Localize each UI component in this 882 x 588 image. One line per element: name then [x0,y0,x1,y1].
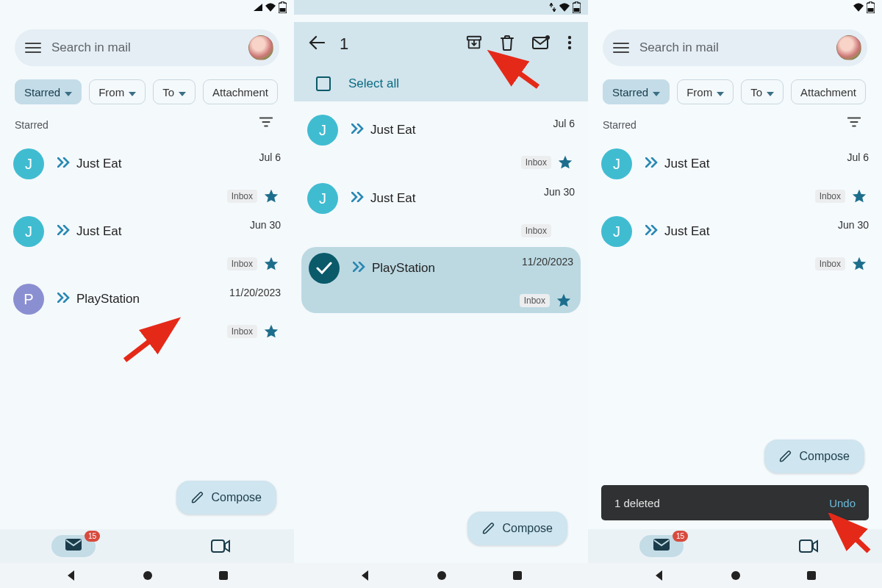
email-row-playstation[interactable]: P PlayStation 11/20/2023 Inbox [0,279,294,343]
overflow-button[interactable] [559,35,581,53]
nav-recent-icon[interactable] [806,570,817,581]
folder-tag-inbox: Inbox [520,294,550,307]
delete-button[interactable] [491,35,523,54]
email-row-justeat-jul6[interactable]: J Just Eat Jul 6 Inbox [294,110,588,173]
chip-label: From [686,86,712,98]
double-chevron-icon [57,293,72,306]
email-row-justeat-jun30[interactable]: J Just Eat Jun 30 Inbox [294,179,588,242]
archive-button[interactable] [457,35,491,54]
svg-point-13 [437,571,446,580]
sender-avatar[interactable]: P [13,284,44,315]
star-icon[interactable] [263,256,279,272]
select-all-label: Select all [348,76,399,91]
chip-from[interactable]: From [89,79,146,104]
nav-recent-icon[interactable] [218,570,229,581]
tab-meet[interactable] [735,539,882,553]
compose-button[interactable]: Compose [176,481,276,514]
chevron-down-icon [717,86,724,98]
folder-tag-inbox: Inbox [521,224,551,237]
sender-avatar[interactable]: J [307,183,338,214]
back-button[interactable] [301,28,332,60]
checkbox-icon[interactable] [316,76,331,91]
star-icon[interactable] [263,188,279,204]
unread-badge: 15 [85,531,100,542]
tab-meet[interactable] [147,539,294,553]
android-nav-bar [588,563,882,588]
star-icon[interactable] [556,293,572,309]
svg-rect-2 [212,540,224,552]
chip-label: From [98,86,124,98]
email-date: Jun 30 [544,183,575,198]
mark-unread-button[interactable] [523,35,559,53]
svg-rect-4 [219,571,228,580]
sync-icon [549,3,556,12]
chip-from[interactable]: From [677,79,734,104]
nav-home-icon[interactable] [731,570,741,581]
sender-avatar[interactable]: J [13,216,44,247]
nav-home-icon[interactable] [437,570,447,581]
email-row-justeat-jun30[interactable]: J Just Eat Jun 30 Inbox [588,212,882,275]
video-icon [799,539,818,553]
svg-rect-20 [807,571,816,580]
sender-avatar[interactable]: J [601,216,632,247]
chip-label: Starred [612,86,648,98]
svg-rect-16 [868,8,874,12]
svg-point-10 [568,36,571,39]
folder-tag-inbox: Inbox [521,156,551,169]
nav-back-icon[interactable] [653,570,665,581]
selection-toolbar: 1 [294,22,588,66]
tab-mail[interactable]: 15 [588,535,735,557]
star-icon[interactable] [263,323,279,340]
search-placeholder: Search in mail [51,40,248,55]
compose-button[interactable]: Compose [764,440,864,473]
wifi-icon [265,3,276,12]
pencil-icon [779,450,792,463]
chevron-down-icon [179,86,186,98]
battery-icon [867,1,875,13]
email-row-playstation-selected[interactable]: PlayStation 11/20/2023 Inbox [301,247,581,313]
nav-recent-icon[interactable] [512,570,523,581]
nav-back-icon[interactable] [359,570,371,581]
sender-avatar[interactable]: J [601,148,632,179]
check-icon [316,262,332,275]
chip-starred[interactable]: Starred [15,79,82,104]
select-all-row[interactable]: Select all [294,66,588,101]
chevron-down-icon [767,86,774,98]
selection-count: 1 [340,35,457,54]
sender-avatar-selected[interactable] [309,253,340,284]
email-row-justeat-jul6[interactable]: J Just Eat Jul 6 Inbox [588,144,882,207]
email-row-justeat-jun30[interactable]: J Just Eat Jun 30 Inbox [0,212,294,275]
account-avatar[interactable] [248,35,273,60]
chip-attachment[interactable]: Attachment [203,79,278,104]
star-icon[interactable] [851,256,867,272]
tab-mail[interactable]: 15 [0,535,147,557]
sender-avatar[interactable]: J [13,148,44,179]
chevron-down-icon [653,86,660,98]
chip-label: To [750,86,762,98]
star-icon[interactable] [557,223,573,239]
menu-icon[interactable] [613,40,629,56]
compose-button[interactable]: Compose [467,512,567,545]
undo-button[interactable]: Undo [829,497,856,509]
chip-starred[interactable]: Starred [603,79,670,104]
search-bar[interactable]: Search in mail [603,29,867,66]
nav-home-icon[interactable] [143,570,153,581]
star-icon[interactable] [557,154,573,171]
nav-back-icon[interactable] [65,570,77,581]
sender-avatar[interactable]: J [307,115,338,146]
chip-label: Attachment [212,86,268,98]
filter-tune-icon[interactable] [259,116,273,131]
svg-rect-0 [280,8,286,12]
search-bar[interactable]: Search in mail [15,29,279,66]
email-row-justeat-jul6[interactable]: J Just Eat Jul 6 Inbox [0,144,294,207]
chip-to[interactable]: To [741,79,784,104]
star-icon[interactable] [851,188,867,204]
chip-to[interactable]: To [153,79,196,104]
svg-point-11 [568,41,571,44]
account-avatar[interactable] [836,35,861,60]
folder-tag-inbox: Inbox [227,257,257,270]
menu-icon[interactable] [25,40,41,56]
filter-tune-icon[interactable] [847,116,861,131]
chip-attachment[interactable]: Attachment [791,79,866,104]
snackbar: 1 deleted Undo [601,485,869,520]
